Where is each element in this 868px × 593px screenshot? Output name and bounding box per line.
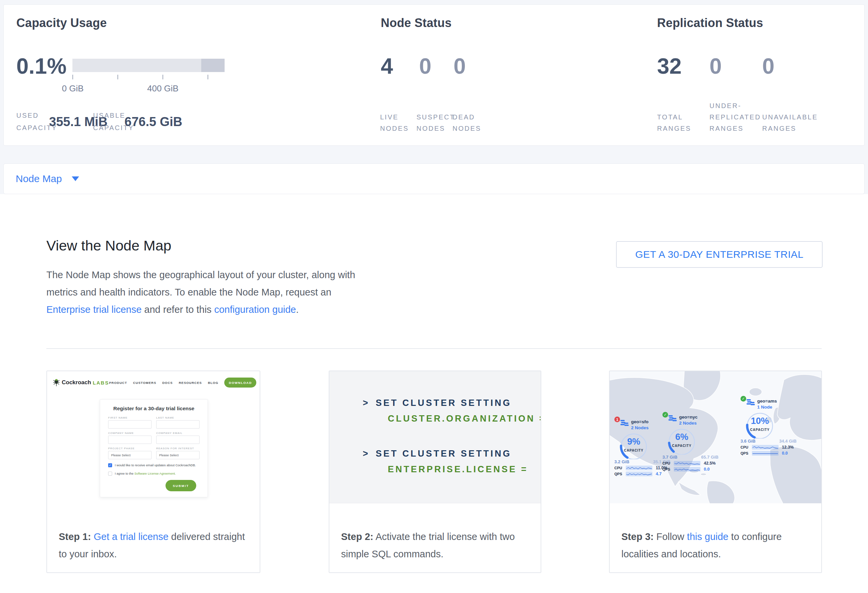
cockroach-labs-logo: Cockroach LABS: [53, 378, 109, 387]
node-map-section: View the Node Map The Node Map shows the…: [0, 194, 868, 593]
qps-value: 4.7: [656, 472, 661, 476]
sql-command-2: >SET CLUSTER SETTING: [363, 449, 512, 459]
qps-label: QPS: [614, 472, 626, 476]
step2-caption: Step 2: Activate the trial license with …: [341, 528, 527, 563]
capacity-tick-label-0: 0 GiB: [53, 83, 93, 94]
project-phase-label: PROJECT PHASE: [108, 447, 152, 450]
company-email-label: COMPANY EMAIL: [156, 431, 199, 434]
capacity-tick-label-400: 400 GiB: [143, 83, 183, 94]
enterprise-trial-button[interactable]: GET A 30-DAY ENTERPRISE TRIAL: [616, 241, 822, 268]
capacity-bar: [72, 59, 224, 72]
capacity-gauge: 9% CAPACITY: [614, 431, 653, 459]
capacity-used: 3.7 GiB: [663, 455, 678, 460]
capacity-tick: [118, 75, 118, 79]
healthy-check-icon: ✓: [663, 412, 668, 418]
suspect-nodes-label: SUSPECTNODES: [416, 101, 455, 134]
suspect-nodes-value: 0: [419, 53, 431, 79]
last-name-label: LAST NAME: [156, 416, 199, 419]
configuration-guide-link[interactable]: configuration guide: [214, 304, 296, 315]
live-nodes-label: LIVENODES: [380, 101, 409, 134]
capacity-tick: [72, 75, 73, 79]
capacity-usage-title: Capacity Usage: [16, 16, 107, 30]
locality-name: geo=nyc: [679, 415, 697, 419]
qps-value: 0.0: [704, 467, 710, 472]
view-selector-dropdown[interactable]: Node Map: [3, 163, 865, 194]
cpu-sparkline: [752, 445, 779, 450]
nodes-stack-icon: [669, 415, 677, 422]
node-status-title: Node Status: [381, 16, 452, 30]
locality-node-count: 2 Nodes: [679, 421, 697, 425]
locality-node-count: 1 Node: [757, 405, 772, 409]
cockroach-bug-icon: [53, 378, 60, 387]
capacity-bar-tail: [201, 59, 224, 72]
download-button: DOWNLOAD: [224, 378, 256, 387]
step2-card: >SET CLUSTER SETTING CLUSTER.ORGANIZATIO…: [329, 371, 541, 573]
cpu-label: CPU: [663, 461, 674, 465]
license-agreement-checkbox: [108, 472, 112, 475]
step3-card: 1 geo=sfo 2 Nodes 9% CAPACITY: [609, 371, 822, 573]
last-name-field: [156, 420, 199, 428]
locality-marker-nyc: ✓ geo=nyc 2 Nodes 6% CAPACITY: [663, 414, 719, 472]
dead-nodes-value: 0: [453, 53, 466, 79]
capacity-percent: 0.1%: [16, 53, 66, 79]
get-trial-license-link[interactable]: Get a trial license: [94, 531, 168, 542]
chevron-down-icon: [72, 177, 79, 181]
email-updates-label: I would like to receive email updates ab…: [115, 463, 196, 468]
capacity-used: 3.6 GiB: [741, 438, 756, 444]
company-email-field: [156, 436, 199, 444]
total-ranges-label: TOTALRANGES: [657, 101, 691, 134]
cluster-overview-page: Capacity Usage 0.1% 0 GiB 400 GiB USEDCA…: [0, 0, 868, 593]
error-badge-icon: 1: [614, 416, 620, 422]
view-selector-label: Node Map: [16, 173, 62, 184]
registration-form-title: Register for a 30-day trial license: [108, 406, 199, 412]
this-guide-link[interactable]: this guide: [687, 531, 729, 542]
site-nav-docs: DOCS: [162, 381, 173, 384]
qps-label: QPS: [663, 467, 674, 471]
step1-caption: Step 1: Get a trial license delivered st…: [59, 528, 246, 563]
cpu-value: 12.3%: [782, 445, 794, 450]
locality-name: geo=sfo: [631, 419, 648, 424]
nodes-stack-icon: [747, 399, 755, 406]
capacity-tick: [162, 75, 163, 79]
healthy-check-icon: ✓: [741, 396, 746, 402]
locality-name: geo=ams: [757, 399, 777, 403]
unavailable-value: 0: [762, 53, 775, 79]
sql-command-1: >SET CLUSTER SETTING: [363, 398, 512, 408]
section-description: The Node Map shows the geographical layo…: [46, 266, 363, 318]
license-agreement-label: I agree to the Software License Agreemen…: [115, 471, 176, 476]
unavailable-label: UNAVAILABLERANGES: [762, 101, 818, 134]
site-nav: PRODUCT CUSTOMERS DOCS RESOURCES BLOG DO…: [109, 378, 257, 387]
cpu-label: CPU: [614, 466, 626, 470]
under-replicated-value: 0: [710, 53, 722, 79]
live-nodes-value: 4: [381, 53, 393, 79]
locality-marker-ams: ✓ geo=ams 1 Node 10% CAPACITY: [741, 398, 797, 456]
email-updates-checkbox: ✓: [108, 463, 112, 467]
locality-node-count: 2 Nodes: [631, 425, 649, 430]
section-divider: [46, 348, 822, 349]
cluster-summary-panel: Capacity Usage 0.1% 0 GiB 400 GiB USEDCA…: [3, 4, 865, 146]
enterprise-trial-license-link[interactable]: Enterprise trial license: [46, 304, 142, 315]
qps-value: 0.0: [782, 451, 788, 456]
site-nav-product: PRODUCT: [109, 381, 127, 384]
description-text: The Node Map shows the geographical layo…: [46, 269, 355, 297]
dead-nodes-label: DEADNODES: [453, 101, 481, 134]
company-name-field: [108, 436, 152, 444]
nodes-stack-icon: [620, 419, 629, 427]
page-title: View the Node Map: [46, 237, 171, 254]
cpu-sparkline: [626, 466, 652, 470]
step1-card: Cockroach LABS PRODUCT CUSTOMERS DOCS RE…: [46, 371, 260, 573]
project-phase-select: Please Select: [108, 451, 152, 459]
site-nav-resources: RESOURCES: [179, 381, 202, 384]
under-replicated-label: UNDER-REPLICATEDRANGES: [710, 101, 761, 134]
submit-button: SUBMIT: [165, 480, 196, 491]
license-agreement-link: Software License Agreement.: [134, 472, 176, 475]
step3-caption: Step 3: Follow this guide to configure l…: [621, 528, 808, 563]
reason-select: Please Select: [156, 451, 199, 459]
first-name-field: [108, 420, 152, 428]
qps-sparkline: [752, 451, 779, 456]
first-name-label: FIRST NAME: [108, 416, 152, 419]
capacity-gauge: 6% CAPACITY: [663, 427, 701, 455]
description-text: and refer to this: [142, 304, 214, 315]
site-nav-customers: CUSTOMERS: [133, 381, 156, 384]
sql-commands-panel: >SET CLUSTER SETTING CLUSTER.ORGANIZATIO…: [329, 371, 540, 503]
